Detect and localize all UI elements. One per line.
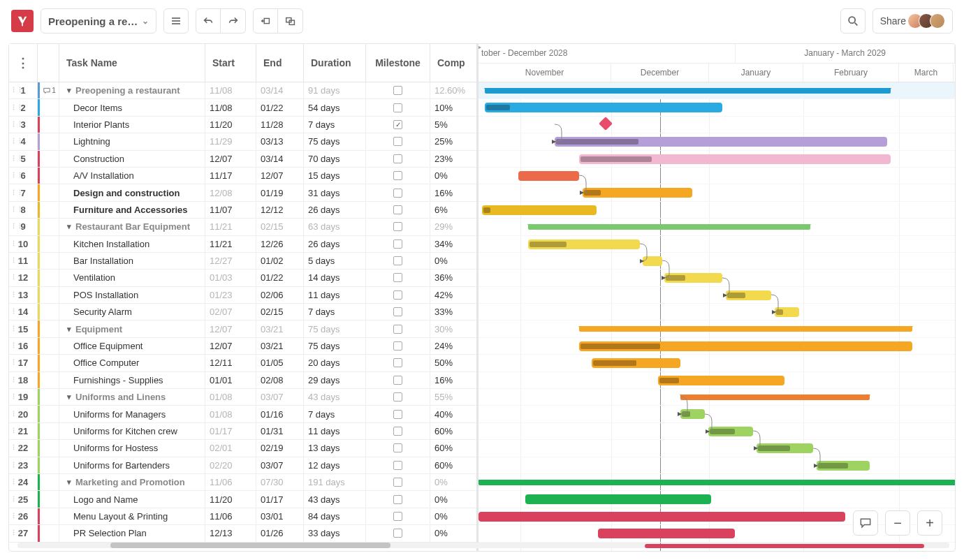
completion[interactable]: 10% xyxy=(430,99,476,115)
task-name-cell[interactable]: Lightning xyxy=(59,133,205,149)
splitter-handle[interactable]: ◂ ▸ xyxy=(479,44,483,50)
completion[interactable]: 12.60% xyxy=(430,82,476,98)
task-bar[interactable] xyxy=(525,494,711,504)
table-row[interactable]: ⋮⋮15▾Equipment12/0703/2175 days30% xyxy=(9,320,476,337)
completion[interactable]: 60% xyxy=(430,440,476,456)
gantt-row[interactable] xyxy=(479,133,955,150)
table-row[interactable]: ⋮⋮16Office Equipment12/0703/2175 days24% xyxy=(9,338,476,355)
duration[interactable]: 7 days xyxy=(304,117,366,133)
row-number[interactable]: ⋮⋮7 xyxy=(9,184,38,200)
task-name-cell[interactable]: Uniforms for Hostess xyxy=(59,440,205,456)
milestone-checkbox[interactable] xyxy=(393,256,402,265)
project-title-dropdown[interactable]: Preopening a re… ⌄ xyxy=(41,8,156,34)
table-row[interactable]: ⋮⋮24▾Marketing and Promotion11/0607/3019… xyxy=(9,474,476,491)
start-date[interactable]: 12/27 xyxy=(205,253,256,269)
row-number[interactable]: ⋮⋮21 xyxy=(9,423,38,439)
table-row[interactable]: ⋮⋮12Ventilation01/0301/2214 days36% xyxy=(9,270,476,286)
start-date[interactable]: 11/06 xyxy=(205,508,256,524)
start-date[interactable]: 11/21 xyxy=(205,219,256,235)
auto-schedule-button[interactable] xyxy=(253,8,278,34)
end-date[interactable]: 03/14 xyxy=(256,151,304,167)
duration[interactable]: 12 days xyxy=(304,457,366,473)
end-date[interactable]: 01/17 xyxy=(256,491,304,507)
duration[interactable]: 26 days xyxy=(304,202,366,218)
gantt-row[interactable] xyxy=(479,82,955,99)
duration[interactable]: 43 days xyxy=(304,389,366,405)
task-name-cell[interactable]: Design and construction xyxy=(59,184,205,200)
completion[interactable]: 40% xyxy=(430,406,476,422)
gantt-row[interactable] xyxy=(479,372,955,389)
task-bar[interactable] xyxy=(579,341,912,351)
row-comment-cell[interactable] xyxy=(38,355,59,371)
row-comment-cell[interactable] xyxy=(38,372,59,388)
milestone-checkbox[interactable] xyxy=(393,427,402,436)
milestone-marker[interactable] xyxy=(599,117,613,131)
summary-bar[interactable] xyxy=(680,395,870,400)
row-number[interactable]: ⋮⋮25 xyxy=(9,491,38,507)
completion[interactable]: 23% xyxy=(430,151,476,167)
end-date[interactable]: 01/22 xyxy=(256,99,304,115)
end-date[interactable]: 02/08 xyxy=(256,372,304,388)
completion-header[interactable]: Comp xyxy=(430,44,476,82)
table-row[interactable]: ⋮⋮21Uniforms for Kitchen crew01/1701/311… xyxy=(9,423,476,440)
end-date[interactable]: 03/13 xyxy=(256,133,304,149)
duration[interactable]: 14 days xyxy=(304,270,366,286)
row-comment-cell[interactable] xyxy=(38,270,59,286)
row-number[interactable]: ⋮⋮19 xyxy=(9,389,38,405)
start-date[interactable]: 01/08 xyxy=(205,389,256,405)
gantt-row[interactable] xyxy=(479,543,955,551)
gantt-row[interactable] xyxy=(479,440,955,457)
start-date[interactable]: 12/07 xyxy=(205,338,256,354)
row-number[interactable]: ⋮⋮8 xyxy=(9,202,38,218)
start-date[interactable]: 11/08 xyxy=(205,82,256,98)
completion[interactable]: 0% xyxy=(430,253,476,269)
end-date[interactable]: 03/07 xyxy=(256,389,304,405)
summary-bar[interactable] xyxy=(479,480,955,485)
row-comment-cell[interactable] xyxy=(38,525,59,541)
start-date[interactable]: 11/07 xyxy=(205,202,256,218)
duration[interactable]: 63 days xyxy=(304,219,366,235)
duration[interactable]: 15 days xyxy=(304,168,366,184)
summary-bar[interactable] xyxy=(528,224,810,230)
table-row[interactable]: ⋮⋮3Interior Plants11/2011/287 days✓5% xyxy=(9,117,476,133)
row-number[interactable]: ⋮⋮22 xyxy=(9,440,38,456)
end-date[interactable]: 03/01 xyxy=(256,508,304,524)
row-comment-cell[interactable] xyxy=(38,320,59,337)
gantt-row[interactable] xyxy=(479,338,955,355)
row-number[interactable]: ⋮⋮4 xyxy=(9,133,38,149)
duration[interactable]: 20 days xyxy=(304,355,366,371)
layout-button[interactable] xyxy=(278,8,303,34)
gantt-row[interactable] xyxy=(479,355,955,371)
end-date[interactable]: 01/16 xyxy=(256,406,304,422)
task-name-cell[interactable]: Uniforms for Managers xyxy=(59,406,205,422)
row-comment-cell[interactable] xyxy=(38,423,59,439)
table-row[interactable]: ⋮⋮10Kitchen Installation11/2112/2626 day… xyxy=(9,236,476,253)
duration[interactable]: 31 days xyxy=(304,184,366,200)
milestone-checkbox[interactable] xyxy=(393,478,402,487)
end-date[interactable]: 01/02 xyxy=(256,253,304,269)
row-comment-cell[interactable] xyxy=(38,457,59,473)
row-comment-cell[interactable] xyxy=(38,287,59,303)
gantt-row[interactable] xyxy=(479,219,955,235)
milestone-checkbox[interactable] xyxy=(393,358,402,367)
table-row[interactable]: ⋮⋮27PR Selection Plan12/1301/2633 days0% xyxy=(9,525,476,542)
milestone-checkbox[interactable] xyxy=(393,341,402,351)
completion[interactable]: 36% xyxy=(430,270,476,286)
task-name-cell[interactable]: ▾Marketing and Promotion xyxy=(59,474,205,490)
table-row[interactable]: ⋮⋮23Uniforms for Bartenders02/2003/0712 … xyxy=(9,457,476,474)
start-date[interactable]: 11/21 xyxy=(205,236,256,252)
row-comment-cell[interactable] xyxy=(38,236,59,252)
zoom-in-button[interactable]: + xyxy=(917,510,942,536)
row-number[interactable]: ⋮⋮12 xyxy=(9,270,38,286)
share-button[interactable]: Share xyxy=(872,8,953,34)
milestone-header[interactable]: Milestone xyxy=(366,44,430,82)
duration[interactable]: 84 days xyxy=(304,508,366,524)
end-header[interactable]: End xyxy=(256,44,304,82)
table-row[interactable]: ⋮⋮18Furnishings - Supplies01/0102/0829 d… xyxy=(9,372,476,389)
milestone-checkbox[interactable] xyxy=(393,512,402,521)
end-date[interactable]: 03/07 xyxy=(256,457,304,473)
table-row[interactable]: ⋮⋮11▾Preopening a restaurant11/0803/1491… xyxy=(9,82,476,99)
duration-header[interactable]: Duration xyxy=(304,44,366,82)
row-number[interactable]: ⋮⋮1 xyxy=(9,82,38,98)
task-bar[interactable] xyxy=(583,188,692,198)
